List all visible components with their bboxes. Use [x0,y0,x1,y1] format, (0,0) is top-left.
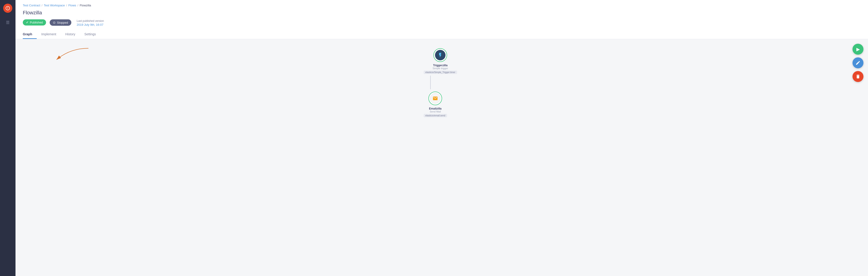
hamburger-menu-icon[interactable]: ☰ [6,20,9,25]
flow-graph: Triggerzilla Simple trigger elasticio/Si… [16,39,868,276]
breadcrumb-test-workspace[interactable]: Test Workspace [44,4,65,7]
email-node-circle[interactable] [428,92,442,105]
trash-icon [856,74,861,79]
breadcrumb: Test Contract / Test Workspace / Flows /… [23,4,861,7]
trigger-node-sublabel: Simple trigger [433,67,448,70]
breadcrumb-current: Flowzilla [80,4,91,7]
published-badge: Published [23,20,46,26]
email-node-icon [430,93,440,104]
breadcrumb-test-contract[interactable]: Test Contract [23,4,40,7]
tab-implement[interactable]: Implement [37,30,61,39]
lightning-icon [437,53,443,58]
trigger-node-icon [435,50,445,60]
breadcrumb-flows[interactable]: Flows [68,4,76,7]
tab-history[interactable]: History [61,30,80,39]
main-content: Test Contract / Test Workspace / Flows /… [16,0,868,276]
trigger-node-tag: elasticio/Simple_Trigger:timer [424,71,457,74]
email-node-name: Emailzilla [429,107,442,110]
graph-canvas: Triggerzilla Simple trigger elasticio/Si… [16,39,868,276]
pencil-icon [856,60,861,65]
header: Test Contract / Test Workspace / Flows /… [16,0,868,39]
trigger-node[interactable]: Triggerzilla Simple trigger elasticio/Si… [424,48,457,74]
trigger-node-circle[interactable] [433,48,447,62]
published-version-label: Last published version [77,20,104,23]
edit-button[interactable] [852,57,863,68]
tab-settings[interactable]: Settings [80,30,100,39]
delete-button[interactable] [852,71,863,82]
tab-graph[interactable]: Graph [23,30,37,39]
sidebar: ☰ [0,0,16,276]
email-icon [433,96,438,101]
email-node-tag: elasticio/email:send [424,114,447,117]
page-title: Flowzilla [23,10,861,16]
trigger-node-name: Triggerzilla [433,64,447,67]
stopped-badge: Stopped [50,20,71,26]
email-node[interactable]: Emailzilla Send Mail elasticio/email:sen… [424,92,447,117]
breadcrumb-sep-2: / [66,4,67,7]
published-date: 2019 July 9th, 16:07 [77,23,104,26]
logo[interactable] [3,4,12,13]
tabs: Graph Implement History Settings [23,30,861,39]
status-row: Published Stopped Last published version… [23,20,861,26]
published-info: Last published version 2019 July 9th, 16… [77,20,104,26]
breadcrumb-sep-3: / [78,4,79,7]
breadcrumb-sep-1: / [42,4,42,7]
email-node-sublabel: Send Mail [430,110,441,113]
logo-icon [5,6,10,11]
connector-line [430,76,431,89]
right-actions: ▶ [852,44,863,82]
play-button[interactable]: ▶ [852,44,863,55]
